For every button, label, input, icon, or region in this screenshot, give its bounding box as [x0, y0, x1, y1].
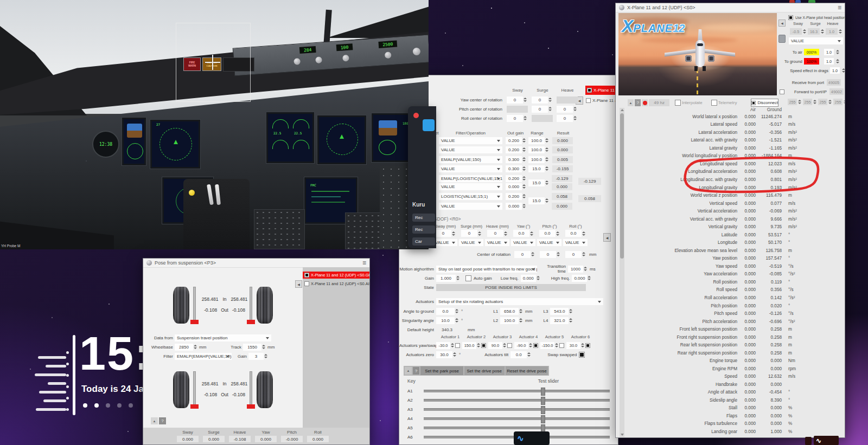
record-dot-icon[interactable]: [413, 113, 419, 118]
spinner[interactable]: [556, 230, 560, 237]
telemetry-checkbox[interactable]: [711, 100, 717, 106]
spinner[interactable]: [519, 317, 523, 324]
spinner[interactable]: [582, 230, 586, 237]
app-tile-icon[interactable]: [423, 119, 435, 131]
spinner[interactable]: [556, 251, 560, 258]
transition-input[interactable]: 1000: [568, 266, 583, 273]
value-dropdown[interactable]: VALUE: [789, 37, 843, 44]
spinner[interactable]: [545, 146, 549, 153]
spinner[interactable]: [545, 165, 549, 172]
spinner[interactable]: [522, 165, 526, 172]
reset-drive-pose-button[interactable]: Reset the drive pose: [506, 366, 548, 375]
actuator-yaw-input[interactable]: -30.0: [436, 342, 450, 349]
dof-filter-dropdown[interactable]: VALUE: [459, 239, 483, 246]
speed-drag-gain[interactable]: 1.0: [830, 67, 840, 74]
spinner[interactable]: [261, 344, 266, 351]
filter-dropdown[interactable]: VALUE: [439, 165, 502, 172]
filter-dropdown[interactable]: VALUE: [439, 183, 502, 190]
filter-dropdown[interactable]: VALUE: [439, 146, 502, 153]
dof-filter-dropdown[interactable]: VALUE: [433, 239, 457, 246]
actuator-swap-checkbox[interactable]: [559, 343, 564, 348]
yaw-rot-sway-input[interactable]: 0: [507, 96, 523, 104]
spinner[interactable]: [583, 266, 588, 273]
spinner[interactable]: [193, 344, 197, 351]
dof-filter-dropdown[interactable]: VALUE: [537, 239, 561, 246]
test-slider[interactable]: [424, 417, 610, 420]
filter-dropdown[interactable]: VALUE: [439, 203, 502, 210]
collapse-left-icon[interactable]: ◀: [603, 233, 611, 242]
spinner[interactable]: [476, 342, 480, 349]
carousel-dots[interactable]: [83, 403, 133, 408]
gain-input[interactable]: 1.000: [436, 275, 456, 282]
spinner[interactable]: [580, 342, 584, 349]
data-from-dropdown[interactable]: Suspension travel position: [175, 334, 271, 341]
spinner[interactable]: [523, 96, 527, 104]
high-freq-input[interactable]: 0.000: [572, 275, 587, 282]
spinner[interactable]: [264, 353, 268, 360]
spinner[interactable]: [455, 308, 459, 315]
l4-input[interactable]: 321.0: [550, 317, 569, 324]
spinner[interactable]: [587, 275, 591, 282]
spinner[interactable]: [569, 308, 573, 315]
spinner[interactable]: [522, 137, 526, 144]
l2-input[interactable]: 100.0: [500, 317, 519, 324]
set-park-pose-button[interactable]: Set the park pose: [420, 366, 463, 375]
spinner[interactable]: [523, 115, 527, 122]
spinner[interactable]: [519, 308, 523, 315]
popup-button[interactable]: Car: [412, 237, 435, 246]
actuator-swap-checkbox[interactable]: [585, 343, 590, 348]
actuators-setup-dropdown[interactable]: Setup of the six rotating actuators: [436, 298, 603, 305]
rot-center-pitch-input[interactable]: 0: [540, 251, 556, 258]
to-ground-gain[interactable]: 1.0: [824, 58, 834, 65]
roll-rot-sway-input[interactable]: 0: [507, 115, 523, 122]
actuator-yaw-input[interactable]: -150.0: [540, 342, 554, 349]
spinner[interactable]: [545, 137, 549, 144]
spinner[interactable]: [522, 193, 526, 200]
pose-source-item[interactable]: X-Plane 11 and 12 (UDP) <S0.AIR>: [303, 280, 370, 287]
to-ground-percent[interactable]: 100%: [804, 58, 819, 65]
out-gain-input[interactable]: 0.000: [506, 203, 522, 210]
spinner[interactable]: [536, 275, 540, 282]
xplane-titlebar[interactable]: X-Plane 11 and 12 (UDP) <S0> ≡: [616, 3, 845, 12]
filter-dropdown[interactable]: EMALP(VALUE;150): [439, 156, 502, 163]
actuator-swap-checkbox[interactable]: [507, 343, 512, 348]
yaw-rot-surge-input[interactable]: 0: [532, 96, 548, 104]
spinner[interactable]: [545, 197, 549, 204]
out-gain-input[interactable]: 0.300: [506, 156, 522, 163]
pitch-rot-surge-input[interactable]: 0: [532, 106, 548, 113]
filter-dropdown[interactable]: LOGISTIC(VALUE;15;1): [439, 193, 502, 200]
menu-icon[interactable]: ≡: [362, 260, 366, 266]
spinner[interactable]: [545, 179, 549, 186]
wheelbase-input[interactable]: 2850: [175, 344, 193, 351]
mcp-knob[interactable]: [412, 48, 420, 56]
actuator-yaw-input[interactable]: 30.0: [566, 342, 580, 349]
spinner[interactable]: [582, 251, 586, 258]
spinner[interactable]: [527, 351, 531, 358]
dof-filter-dropdown[interactable]: VALUE: [485, 239, 509, 246]
spinner[interactable]: [548, 96, 552, 104]
range-input[interactable]: 100.0: [528, 146, 545, 153]
popup-button[interactable]: Rec: [412, 214, 435, 222]
filter-dropdown[interactable]: EMALP(LOGISTIC(VALUE;15;1...: [439, 175, 502, 182]
auto-gain-checkbox[interactable]: [465, 275, 471, 281]
help-icon[interactable]: ?: [635, 99, 641, 106]
dof-value-input[interactable]: 0.0: [539, 230, 556, 237]
track-input[interactable]: 1550: [243, 344, 261, 351]
disconnect-checkbox[interactable]: [751, 101, 756, 105]
actuator-yaw-input[interactable]: 150.0: [462, 342, 476, 349]
collapse-up-icon[interactable]: ▲: [628, 99, 634, 106]
spinner[interactable]: [573, 115, 577, 122]
l3-input[interactable]: 543.0: [550, 308, 569, 315]
spinner[interactable]: [841, 67, 845, 74]
to-air-gain[interactable]: 1.0: [824, 49, 834, 55]
spinner[interactable]: [522, 156, 526, 163]
spinner[interactable]: [531, 251, 535, 258]
low-freq-input[interactable]: 0.000: [521, 275, 536, 282]
spinner[interactable]: [528, 342, 532, 349]
help-icon[interactable]: ?: [413, 367, 420, 375]
rot-center-yaw-input[interactable]: 0: [514, 251, 531, 258]
spinner[interactable]: [450, 342, 454, 349]
filter-dropdown[interactable]: VALUE: [439, 137, 502, 144]
actuator-swap-checkbox[interactable]: [533, 343, 538, 348]
popup-button[interactable]: Rec: [412, 225, 435, 234]
